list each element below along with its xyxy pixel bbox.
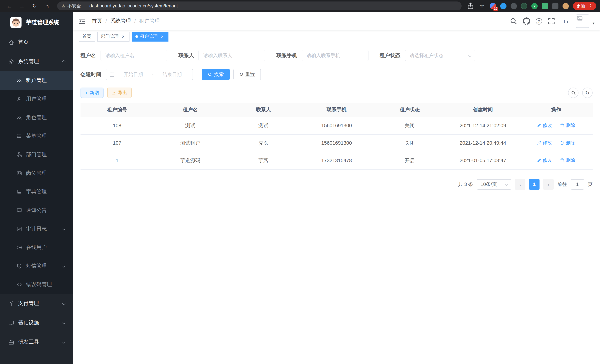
end-date-input[interactable] bbox=[155, 72, 189, 77]
search-icon[interactable] bbox=[510, 18, 517, 25]
export-button[interactable]: 导出 bbox=[107, 88, 131, 98]
address-bar[interactable]: ⚠ 不安全 dashboard.yudao.iocoder.cn/system/… bbox=[57, 1, 462, 10]
share-icon[interactable] bbox=[467, 2, 474, 10]
tenant-name-input[interactable] bbox=[101, 50, 167, 61]
edit-pencil-icon bbox=[537, 141, 541, 145]
tab-tenant-management[interactable]: 租户管理 × bbox=[132, 32, 169, 41]
chevron-down-icon bbox=[62, 227, 66, 231]
sidebar: 芋道管理系统 首页 系统管理 租户管理 bbox=[0, 12, 73, 364]
extension-icon-7[interactable] bbox=[552, 3, 558, 9]
extension-icon-4[interactable] bbox=[521, 3, 527, 9]
omnibox-divider bbox=[85, 4, 85, 8]
breadcrumb-home[interactable]: 首页 bbox=[92, 18, 102, 25]
github-icon[interactable] bbox=[523, 18, 530, 25]
delete-link[interactable]: 删除 bbox=[560, 140, 575, 146]
breadcrumb-current: 租户管理 bbox=[139, 18, 160, 25]
edit-link[interactable]: 修改 bbox=[537, 140, 552, 146]
sidebar-item-error-code-management[interactable]: 错误码管理 bbox=[0, 275, 73, 294]
help-icon[interactable]: ? bbox=[536, 18, 542, 24]
tenant-status-select[interactable] bbox=[405, 50, 475, 61]
close-icon[interactable]: × bbox=[159, 34, 165, 39]
sidebar-item-role-management[interactable]: 角色管理 bbox=[0, 108, 73, 127]
contact-phone-input[interactable] bbox=[302, 50, 368, 61]
toggle-search-button[interactable] bbox=[568, 88, 579, 98]
font-size-icon[interactable]: T T bbox=[561, 18, 570, 24]
column-header-name: 租户名 bbox=[154, 103, 227, 117]
extension-icon-5[interactable]: Y bbox=[531, 3, 538, 9]
bookmark-star-icon[interactable]: ☆ bbox=[478, 2, 486, 10]
prev-page-button[interactable]: ‹ bbox=[515, 179, 525, 189]
extension-icon-3[interactable] bbox=[511, 3, 517, 9]
edit-pencil-icon bbox=[537, 158, 541, 163]
browser-home-button[interactable]: ⌂ bbox=[42, 1, 52, 11]
tab-label: 部门管理 bbox=[101, 33, 119, 40]
start-date-input[interactable] bbox=[116, 72, 150, 77]
font-size-large-letter: T bbox=[562, 18, 566, 24]
page-size-select[interactable]: 10条/页 bbox=[477, 179, 511, 189]
search-button[interactable]: 搜索 bbox=[202, 69, 230, 80]
tab-home[interactable]: 首页 bbox=[79, 32, 95, 41]
top-navbar: 首页 / 系统管理 / 租户管理 ? T T ▾ bbox=[73, 12, 600, 30]
sidebar-item-label: 字典管理 bbox=[26, 188, 47, 195]
cell-name: 测试租户 bbox=[154, 134, 227, 152]
refresh-table-button[interactable]: ↻ bbox=[582, 88, 593, 98]
url-text: dashboard.yudao.iocoder.cn/system/tenant bbox=[89, 3, 178, 9]
sidebar-item-user-management[interactable]: 用户管理 bbox=[0, 90, 73, 108]
close-icon[interactable]: × bbox=[121, 34, 126, 39]
sidebar-item-system-management[interactable]: 系统管理 bbox=[0, 52, 73, 71]
column-header-id: 租户编号 bbox=[81, 103, 154, 117]
table-header-row: 租户编号 租户名 联系人 联系手机 租户状态 创建时间 操作 bbox=[81, 103, 593, 117]
tenant-status-select-input[interactable] bbox=[405, 50, 475, 61]
sidebar-item-dept-management[interactable]: 部门管理 bbox=[0, 145, 73, 164]
sidebar-item-online-users[interactable]: 在线用户 bbox=[0, 238, 73, 257]
tab-dept-management[interactable]: 部门管理 × bbox=[97, 32, 130, 41]
edit-link[interactable]: 修改 bbox=[537, 157, 552, 164]
sidebar-item-dict-management[interactable]: 字典管理 bbox=[0, 183, 73, 201]
sidebar-item-menu-management[interactable]: 菜单管理 bbox=[0, 127, 73, 145]
monitor-icon bbox=[9, 320, 14, 326]
delete-link[interactable]: 删除 bbox=[560, 157, 575, 164]
table-row: 108 测试 测试 15601691300 关闭 2021-12-14 21:0… bbox=[81, 117, 593, 134]
contact-input[interactable] bbox=[198, 50, 265, 61]
extension-icon-6[interactable] bbox=[542, 3, 548, 9]
create-time-range-picker[interactable]: - bbox=[106, 69, 193, 80]
sidebar-item-label: 支付管理 bbox=[18, 300, 39, 307]
reset-button[interactable]: ↻ 重置 bbox=[233, 69, 261, 80]
browser-back-button[interactable]: ← bbox=[4, 1, 14, 11]
avatar-caret-icon[interactable]: ▾ bbox=[593, 21, 594, 28]
delete-link[interactable]: 删除 bbox=[560, 122, 575, 129]
fullscreen-icon[interactable] bbox=[548, 18, 555, 25]
browser-nav-buttons: ← → ↻ ⌂ bbox=[4, 1, 52, 11]
extension-icon-1[interactable]: 10 bbox=[490, 3, 496, 9]
sidebar-item-payment-management[interactable]: 支付管理 bbox=[0, 294, 73, 313]
page-1-button[interactable]: 1 bbox=[529, 179, 540, 189]
sidebar-item-infrastructure[interactable]: 基础设施 bbox=[0, 313, 73, 332]
next-page-button[interactable]: › bbox=[543, 179, 554, 189]
browser-update-button[interactable]: 更新 ⋮ bbox=[573, 2, 596, 10]
add-button[interactable]: + 新增 bbox=[81, 88, 103, 98]
refresh-icon: ↻ bbox=[239, 72, 244, 77]
cell-created: 2021-01-05 17:03:47 bbox=[446, 152, 519, 169]
sidebar-item-audit-log[interactable]: 审计日志 bbox=[0, 220, 73, 238]
extension-icon-2[interactable] bbox=[500, 3, 506, 9]
extension-icon-8[interactable] bbox=[562, 3, 569, 9]
sidebar-item-home[interactable]: 首页 bbox=[0, 33, 73, 52]
browser-reload-button[interactable]: ↻ bbox=[30, 1, 39, 11]
date-range-separator: - bbox=[152, 72, 154, 77]
goto-page-input[interactable] bbox=[571, 179, 584, 189]
goto-label: 前往 bbox=[557, 181, 567, 187]
sidebar-item-tenant-management[interactable]: 租户管理 bbox=[0, 71, 73, 90]
breadcrumb-system-management[interactable]: 系统管理 bbox=[110, 18, 131, 25]
sidebar-item-label: 通知公告 bbox=[26, 207, 47, 214]
browser-forward-button[interactable]: → bbox=[17, 1, 27, 11]
browser-menu-icon[interactable]: ⋮ bbox=[588, 3, 593, 9]
sidebar-toggle-button[interactable] bbox=[79, 18, 86, 25]
edit-link[interactable]: 修改 bbox=[537, 122, 552, 129]
avatar[interactable] bbox=[576, 14, 589, 28]
sidebar-item-notice[interactable]: 通知公告 bbox=[0, 201, 73, 220]
sidebar-item-post-management[interactable]: 岗位管理 bbox=[0, 164, 73, 183]
users-icon bbox=[17, 78, 22, 83]
sidebar-item-sms-management[interactable]: 短信管理 bbox=[0, 257, 73, 275]
tenant-status-label: 租户状态 bbox=[380, 52, 400, 59]
sidebar-item-dev-tools[interactable]: 研发工具 bbox=[0, 332, 73, 352]
